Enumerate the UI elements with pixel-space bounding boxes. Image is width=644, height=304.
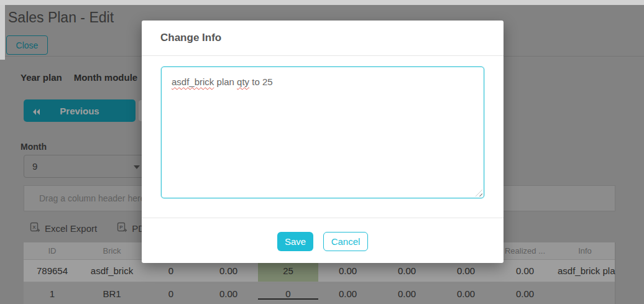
sales-plan-page: Sales Plan - Edit Close Year plan Month … <box>0 0 644 304</box>
dialog-title: Change Info <box>160 32 221 44</box>
textarea-text: to 25 <box>249 76 273 87</box>
dialog-footer: Save Cancel <box>142 218 504 263</box>
change-info-dialog: Change Info asdf_brick plan qty to 25 Sa… <box>142 21 504 263</box>
textarea-text: plan <box>214 76 237 87</box>
textarea-text-misspelled: asdf_brick <box>172 76 214 87</box>
page-left-margin <box>0 5 5 60</box>
resize-grip-icon[interactable] <box>476 190 482 196</box>
textarea-text-misspelled: qty <box>237 76 249 87</box>
dialog-header: Change Info <box>142 21 504 56</box>
cancel-button[interactable]: Cancel <box>323 232 368 251</box>
info-textarea[interactable]: asdf_brick plan qty to 25 <box>161 67 484 198</box>
save-button[interactable]: Save <box>277 232 313 251</box>
